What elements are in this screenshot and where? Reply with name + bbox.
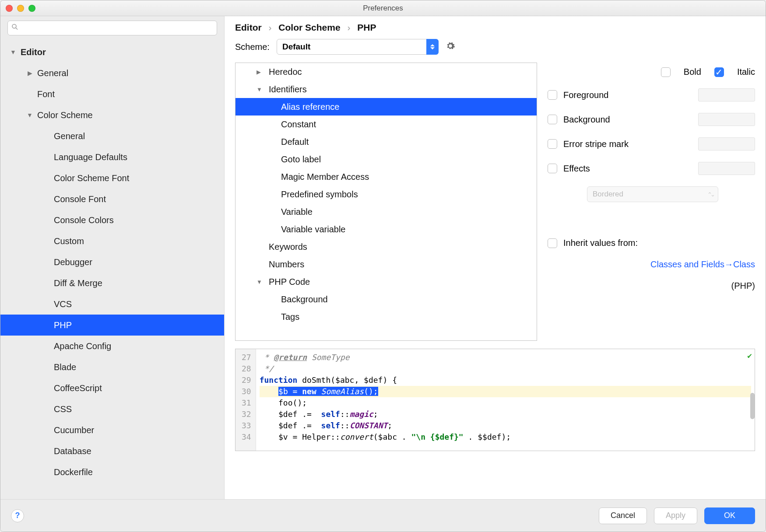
svg-line-1 [16,28,18,30]
sidebar-item[interactable]: Color Scheme Font [0,168,224,189]
scrollbar-thumb[interactable] [750,393,755,419]
sidebar-item[interactable]: Dockerfile [0,462,224,483]
footer: ? Cancel Apply OK [0,499,766,532]
code-lines[interactable]: ✔ * @return SomeType */ function doSmth(… [256,349,755,451]
sidebar-item-label: Console Font [54,194,106,204]
sidebar-item[interactable]: Font [0,84,224,105]
element-item-label: Constant [281,119,316,130]
line-number: 34 [242,431,251,443]
line-number: 29 [242,374,251,386]
bold-checkbox[interactable] [661,67,671,77]
element-item[interactable]: Goto label [235,150,537,168]
foreground-row: Foreground [548,88,755,102]
mid: ▶Heredoc▼IdentifiersAlias referenceConst… [225,63,766,341]
sidebar-item[interactable]: Apache Config [0,336,224,357]
foreground-checkbox[interactable] [548,90,557,100]
sidebar-item-label: CoffeeScript [54,383,102,393]
scheme-row: Scheme: Default [225,36,766,63]
inherit-row: Inherit values from: [548,238,755,248]
sidebar-item[interactable]: CoffeeScript [0,378,224,399]
content: Editor › Color Scheme › PHP Scheme: Defa… [225,16,766,499]
inherit-link[interactable]: Classes and Fields→Class [548,259,755,270]
element-item[interactable]: Alias reference [235,98,537,116]
sidebar-item[interactable]: CSS [0,399,224,420]
sidebar-item[interactable]: ▼Editor [0,42,224,63]
element-item[interactable]: Magic Member Access [235,168,537,186]
sidebar-item[interactable]: ▼Color Scheme [0,105,224,126]
element-item[interactable]: ▶Heredoc [235,63,537,80]
apply-button[interactable]: Apply [654,508,697,524]
sidebar-item-label: Debugger [54,257,92,267]
properties: Bold ✓ Italic Foreground Background [548,63,755,341]
background-label: Background [563,115,610,125]
foreground-swatch[interactable] [698,88,755,102]
element-item[interactable]: Variable [235,203,537,220]
help-button[interactable]: ? [11,509,24,522]
sidebar-item[interactable]: ▶General [0,63,224,84]
line-number: 30 [242,386,251,397]
sidebar-item[interactable]: Language Defaults [0,147,224,168]
element-item[interactable]: Keywords [235,238,537,256]
element-item[interactable]: Constant [235,116,537,133]
line-number: 27 [242,352,251,363]
errorstripe-swatch[interactable] [698,137,755,150]
gear-icon[interactable] [446,41,455,53]
inherit-sub: (PHP) [548,281,755,291]
element-item[interactable]: Numbers [235,256,537,273]
element-item[interactable]: ▼PHP Code [235,273,537,290]
sidebar-item-label: Blade [54,362,76,372]
sidebar-item[interactable]: Console Font [0,189,224,210]
element-item-label: Tags [281,312,299,322]
sidebar-item-label: Apache Config [54,341,111,351]
sidebar-tree[interactable]: ▼Editor▶GeneralFont▼Color SchemeGeneralL… [0,40,224,499]
scheme-select[interactable]: Default [277,39,439,55]
element-item[interactable]: Tags [235,308,537,326]
sidebar-item[interactable]: Blade [0,357,224,378]
element-item[interactable]: ▼Identifiers [235,80,537,98]
inherit-checkbox[interactable] [548,238,557,248]
sidebar-item-label: General [54,131,85,141]
svg-point-0 [12,24,16,28]
italic-label: Italic [737,67,755,77]
element-item[interactable]: Default [235,133,537,150]
ok-button[interactable]: OK [704,508,755,524]
element-item[interactable]: Background [235,290,537,308]
errorstripe-label: Error stripe mark [563,139,629,149]
preferences-window: Preferences ▼Editor▶GeneralFont▼Color Sc… [0,0,766,532]
sidebar-item[interactable]: Database [0,441,224,462]
effects-row: Effects [548,162,755,175]
cancel-button[interactable]: Cancel [599,508,647,524]
search-input[interactable] [7,21,217,35]
chevron-down-icon: ▼ [9,49,17,56]
code-preview: 2728293031323334 ✔ * @return SomeType */… [235,349,755,451]
sidebar-item[interactable]: Console Colors [0,210,224,231]
italic-checkbox[interactable]: ✓ [714,67,724,77]
breadcrumb-b: Color Scheme [278,22,340,32]
effects-swatch[interactable] [698,162,755,175]
sidebar-item-label: Dockerfile [54,467,93,477]
sidebar-item-label: Cucumber [54,425,94,435]
effects-checkbox[interactable] [548,164,557,173]
errorstripe-checkbox[interactable] [548,139,557,149]
sidebar-item[interactable]: Debugger [0,252,224,273]
background-swatch[interactable] [698,113,755,126]
line-number: 31 [242,397,251,409]
effects-label: Effects [563,164,590,174]
element-item-label: Alias reference [281,102,339,112]
scheme-value: Default [282,42,310,52]
element-item[interactable]: Predefined symbols [235,186,537,203]
sidebar-item[interactable]: Custom [0,231,224,252]
effects-type-select[interactable]: Bordered [587,186,718,202]
sidebar-item[interactable]: Diff & Merge [0,273,224,294]
sidebar-item[interactable]: Cucumber [0,420,224,441]
line-number: 33 [242,420,251,431]
sidebar-item[interactable]: General [0,126,224,147]
element-list[interactable]: ▶Heredoc▼IdentifiersAlias referenceConst… [235,63,537,341]
element-item-label: Identifiers [269,84,307,94]
sidebar-item[interactable]: VCS [0,294,224,315]
background-checkbox[interactable] [548,115,557,124]
dropdown-icon[interactable] [426,39,439,55]
sidebar-item-label: Color Scheme [37,110,93,120]
sidebar-item[interactable]: PHP [0,315,224,336]
element-item[interactable]: Variable variable [235,220,537,238]
